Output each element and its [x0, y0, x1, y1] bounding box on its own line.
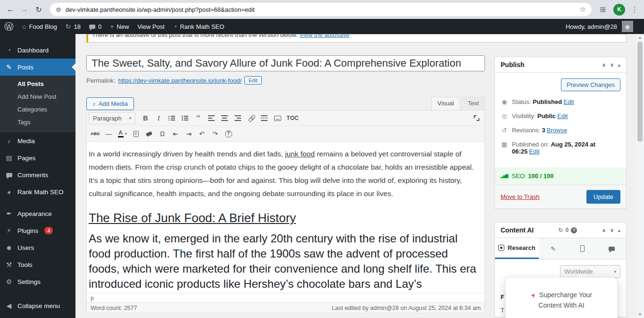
panel-toggle-icon[interactable]: ▴: [618, 227, 620, 233]
block-format-select[interactable]: Paragraph ▾: [89, 112, 135, 124]
undo-button[interactable]: ↶: [196, 128, 208, 140]
posts-icon: ✎: [5, 63, 13, 71]
browser-back-button[interactable]: ←: [4, 3, 17, 16]
address-bar[interactable]: ⚙ dev-vimkate.pantheonsite.io/wp-admin/p…: [50, 3, 592, 16]
paste-as-text-button[interactable]: T: [130, 128, 142, 140]
submenu-tags[interactable]: Tags: [0, 116, 75, 129]
numbered-list-button[interactable]: [179, 112, 191, 124]
sidebar-item-posts[interactable]: ✎Posts: [0, 59, 75, 76]
help-button[interactable]: ?: [222, 128, 234, 140]
scroll-down-arrow[interactable]: ▼: [638, 311, 642, 318]
sidebar-item-appearance[interactable]: ✒Appearance: [0, 205, 75, 222]
browse-revisions-link[interactable]: Browse: [547, 127, 567, 134]
read-more-button[interactable]: [258, 112, 270, 124]
edit-visibility-link[interactable]: Edit: [557, 112, 568, 120]
tab-chat[interactable]: [597, 238, 626, 259]
submenu-add-new-post[interactable]: Add New Post: [0, 90, 75, 103]
text-color-button[interactable]: A ▾: [116, 128, 129, 140]
panel-toggle-icon[interactable]: ▴: [618, 62, 620, 68]
fullscreen-button[interactable]: [470, 112, 483, 124]
sidebar-item-media[interactable]: ♪Media: [0, 132, 75, 149]
classic-editor: Paragraph ▾ B I “: [86, 110, 485, 313]
align-right-button[interactable]: [232, 112, 244, 124]
post-title-input[interactable]: [86, 55, 485, 71]
submenu-all-posts[interactable]: All Posts: [0, 77, 75, 90]
sidebar-item-tools[interactable]: ⚒Tools: [0, 256, 75, 273]
strikethrough-button[interactable]: ABC: [89, 128, 102, 140]
refresh-credits-icon[interactable]: ↻: [559, 227, 563, 233]
sidebar-item-pages[interactable]: ▤Pages: [0, 149, 75, 166]
keyboard-shortcuts-button[interactable]: [271, 112, 284, 124]
wp-logo-menu[interactable]: Ⓦ: [0, 19, 18, 34]
browser-forward-button[interactable]: →: [18, 3, 31, 16]
sidebar-item-settings[interactable]: ⚙Settings: [0, 273, 75, 290]
add-media-button[interactable]: ♪ Add Media: [86, 97, 134, 110]
blockquote-button[interactable]: “: [192, 112, 204, 124]
update-button[interactable]: Update: [586, 190, 620, 204]
bookmark-star-icon[interactable]: ☆: [580, 5, 586, 14]
redo-button[interactable]: ↷: [209, 128, 221, 140]
align-center-button[interactable]: [218, 112, 231, 124]
scroll-up-arrow[interactable]: ▲: [638, 34, 642, 41]
submenu-categories[interactable]: Categories: [0, 103, 75, 116]
editor-content-area[interactable]: In a world increasingly driven by health…: [87, 142, 485, 293]
indent-button[interactable]: ⇥: [183, 128, 195, 140]
edit-permalink-button[interactable]: Edit: [244, 76, 262, 85]
view-autosave-link[interactable]: View the autosave: [299, 34, 349, 38]
preview-changes-button[interactable]: Preview Changes: [561, 78, 620, 91]
move-up-icon[interactable]: ∧: [602, 227, 606, 233]
edit-date-link[interactable]: Edit: [529, 148, 539, 155]
updates-menu[interactable]: ↻18: [61, 19, 85, 34]
bold-button[interactable]: B: [139, 112, 151, 124]
tab-research[interactable]: Research: [495, 238, 539, 259]
sidebar-item-users[interactable]: ☻Users: [0, 239, 75, 256]
site-settings-icon[interactable]: ⚙: [56, 6, 61, 13]
comments-menu[interactable]: 0: [85, 19, 106, 34]
bullet-list-button[interactable]: [166, 112, 178, 124]
site-name-menu[interactable]: ⌂Food Blog: [18, 19, 61, 34]
extensions-icon[interactable]: ⊞: [596, 5, 610, 14]
align-left-button[interactable]: [205, 112, 217, 124]
move-to-trash-link[interactable]: Move to Trash: [501, 193, 539, 200]
new-content-menu[interactable]: +New: [106, 19, 133, 34]
chevron-down-icon: ▾: [129, 116, 132, 120]
move-down-icon[interactable]: ∨: [610, 62, 614, 68]
path-node[interactable]: p: [91, 295, 94, 301]
clear-formatting-button[interactable]: [143, 128, 155, 140]
horizontal-rule-button[interactable]: —: [103, 128, 115, 140]
publish-panel-header[interactable]: Publish ∧ ∨ ▴: [495, 57, 626, 73]
url-text[interactable]: dev-vimkate.pantheonsite.io/wp-admin/pos…: [66, 6, 576, 13]
italic-button[interactable]: I: [152, 112, 165, 124]
browser-profile-avatar[interactable]: K: [613, 4, 625, 16]
move-down-icon[interactable]: ∨: [610, 227, 614, 233]
browser-menu-icon[interactable]: ⋮: [629, 5, 640, 14]
sidebar-item-comments[interactable]: Comments: [0, 166, 75, 183]
chat-icon: [609, 247, 615, 251]
rank-math-menu[interactable]: ◔Rank Math SEO: [169, 19, 228, 34]
tab-text[interactable]: Text: [461, 97, 485, 110]
outdent-button[interactable]: ⇤: [169, 128, 182, 140]
tab-visual[interactable]: Visual: [431, 97, 460, 110]
edit-status-link[interactable]: Edit: [563, 98, 574, 105]
sidebar-item-dashboard[interactable]: ◔Dashboard: [0, 42, 75, 59]
view-post-menu[interactable]: View Post: [133, 19, 169, 34]
content-ai-body: Worldwide ▾ F T ➤ Supercharge Your Conte…: [495, 259, 626, 317]
special-character-button[interactable]: Ω: [156, 128, 168, 140]
page-scrollbar[interactable]: ▲ ▼: [636, 34, 644, 318]
move-up-icon[interactable]: ∧: [602, 62, 606, 68]
country-select[interactable]: Worldwide ▾: [560, 265, 620, 278]
insert-link-button[interactable]: [245, 112, 257, 124]
toc-button[interactable]: TOC: [284, 112, 301, 124]
sidebar-item-plugins[interactable]: ⚡Plugins4: [0, 222, 75, 239]
sidebar-item-rank-math[interactable]: ◕Rank Math SEO: [0, 183, 75, 200]
sidebar-item-collapse-menu[interactable]: ◀Collapse menu: [0, 297, 75, 314]
editor-element-path[interactable]: p: [87, 293, 485, 302]
tab-write[interactable]: ✎: [539, 238, 568, 259]
my-account-menu[interactable]: Howdy, admin@28 ☻: [561, 19, 637, 34]
info-icon[interactable]: ?: [571, 227, 577, 233]
content-ai-header[interactable]: Content AI ↻ 0 ? ∧ ∨ ▴: [495, 223, 626, 238]
permalink-link[interactable]: https://dev-vimkate.pantheonsite.io/junk…: [118, 77, 242, 84]
scrollbar-thumb[interactable]: [637, 42, 643, 142]
browser-reload-button[interactable]: ↻: [32, 3, 45, 16]
tab-mobile[interactable]: [568, 238, 597, 259]
